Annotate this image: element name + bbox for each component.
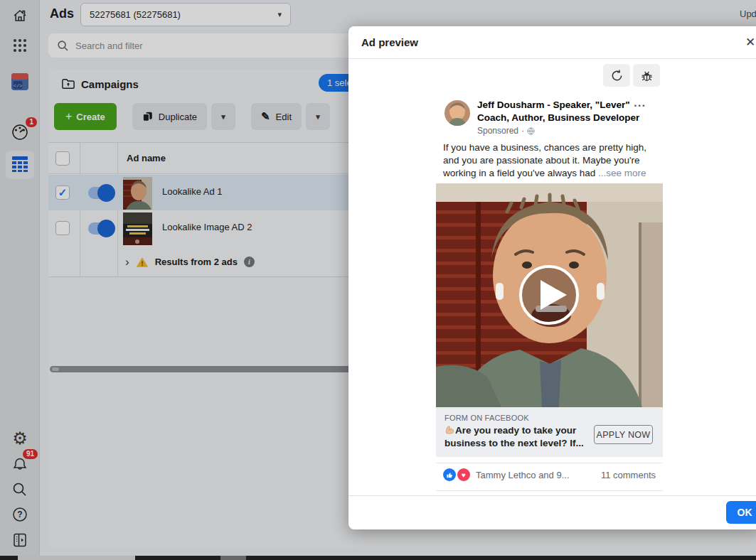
cta-source-label: FORM ON FACEBOOK: [444, 414, 529, 422]
flexed-biceps-emoji: [444, 425, 454, 435]
modal-title: Ad preview: [361, 36, 418, 48]
page-name[interactable]: Jeff Dousharm - Speaker, "Lever" Coach, …: [477, 99, 645, 124]
divider: [436, 490, 663, 491]
like-reaction-icon[interactable]: [443, 468, 456, 481]
see-more-link[interactable]: ...see more: [595, 168, 646, 178]
ok-button[interactable]: OK: [726, 501, 756, 524]
sponsored-line: Sponsored ·: [477, 126, 535, 136]
post-body-text: If you have a business, chances are pret…: [443, 141, 658, 180]
comments-count[interactable]: 11 comments: [601, 470, 656, 480]
apply-now-button[interactable]: APPLY NOW: [594, 425, 653, 444]
video-player[interactable]: [436, 183, 663, 407]
modal-header: Ad preview ✕: [348, 26, 756, 59]
post-social-row: ♥ Tammy Lethco and 9... 11 comments: [436, 463, 663, 485]
reactions-summary[interactable]: Tammy Lethco and 9...: [476, 470, 570, 480]
refresh-icon: [610, 69, 624, 82]
love-reaction-icon[interactable]: ♥: [457, 468, 470, 481]
close-icon[interactable]: ✕: [745, 35, 755, 50]
ad-preview-modal: Ad preview ✕ Jeff Dousharm - Speaker, "L…: [348, 26, 756, 529]
report-bug-button[interactable]: [633, 64, 660, 87]
modal-footer: OK: [348, 495, 756, 529]
post-options-icon[interactable]: ...: [634, 96, 646, 110]
refresh-preview-button[interactable]: [603, 64, 630, 87]
cta-headline: Are you ready to take your business to t…: [444, 424, 595, 450]
bug-icon: [640, 69, 654, 82]
globe-icon: [527, 127, 535, 135]
page-avatar: [444, 100, 470, 126]
lead-form-cta-band: FORM ON FACEBOOK Are you ready to take y…: [436, 407, 663, 457]
